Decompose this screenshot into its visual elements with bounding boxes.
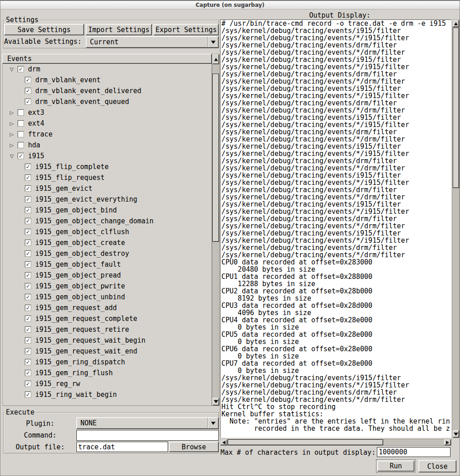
event-row-i915_flip_request[interactable]: ✓i915_flip_request	[3, 172, 211, 183]
expander-closed-icon[interactable]: ▷	[9, 110, 15, 116]
event-checkbox[interactable]: ✓	[25, 391, 31, 398]
event-checkbox[interactable]: ✓	[18, 153, 24, 159]
scroll-left-button[interactable]	[221, 439, 227, 445]
event-checkbox[interactable]: ✓	[25, 99, 31, 105]
expander-open-icon[interactable]: ▽	[9, 66, 15, 72]
event-row-i915_gem_object_fault[interactable]: ✓i915_gem_object_fault	[3, 259, 211, 270]
event-row-i915_gem_request_wait_begin[interactable]: ✓i915_gem_request_wait_begin	[3, 335, 211, 346]
event-label: i915_flip_complete	[35, 163, 109, 171]
event-checkbox[interactable]: ✓	[25, 240, 31, 246]
combo-arrow-box	[207, 37, 218, 47]
arrow-down-icon	[454, 433, 458, 436]
event-row-ext3[interactable]: ▷ext3	[3, 107, 211, 118]
events-scrollbar-thumb[interactable]	[212, 74, 219, 242]
event-checkbox[interactable]	[18, 131, 24, 137]
event-row-drm_vblank_event_delivered[interactable]: ✓drm_vblank_event_delivered	[3, 85, 211, 96]
plugin-combo[interactable]: NONE	[76, 417, 219, 429]
event-checkbox[interactable]: ✓	[25, 174, 31, 181]
event-row-drm_vblank_event_queued[interactable]: ✓drm_vblank_event_queued	[3, 96, 211, 107]
event-row-i915_gem_request_retire[interactable]: ✓i915_gem_request_retire	[3, 324, 211, 335]
event-row-i915_gem_evict_everything[interactable]: ✓i915_gem_evict_everything	[3, 194, 211, 205]
event-row-hda[interactable]: ▷hda	[3, 140, 211, 151]
scroll-right-button[interactable]	[444, 439, 451, 445]
event-row-i915_gem_request_add[interactable]: ✓i915_gem_request_add	[3, 302, 211, 313]
event-checkbox[interactable]: ✓	[25, 185, 31, 192]
event-checkbox[interactable]: ✓	[25, 196, 31, 203]
event-row-i915_flip_complete[interactable]: ✓i915_flip_complete	[3, 161, 211, 172]
event-checkbox[interactable]: ✓	[25, 370, 31, 376]
event-checkbox[interactable]: ✓	[25, 337, 31, 344]
event-checkbox[interactable]	[18, 120, 24, 127]
event-row-i915_gem_object_pwrite[interactable]: ✓i915_gem_object_pwrite	[3, 281, 211, 292]
browse-button[interactable]: Browse	[169, 442, 219, 452]
event-checkbox[interactable]: ✓	[25, 316, 31, 322]
event-checkbox[interactable]: ✓	[25, 272, 31, 278]
import-settings-button[interactable]: Import Settings	[86, 24, 152, 35]
event-checkbox[interactable]: ✓	[25, 305, 31, 311]
event-checkbox[interactable]: ✓	[25, 283, 31, 289]
event-checkbox[interactable]: ✓	[25, 229, 31, 235]
event-row-i915_gem_object_clflush[interactable]: ✓i915_gem_object_clflush	[3, 226, 211, 237]
run-button[interactable]: Run	[377, 461, 414, 471]
event-checkbox[interactable]: ✓	[25, 261, 31, 268]
event-checkbox[interactable]	[18, 109, 24, 116]
event-row-i915_gem_object_create[interactable]: ✓i915_gem_object_create	[3, 237, 211, 248]
window-titlebar[interactable]: Capture (on sugarbay)	[0, 0, 460, 9]
event-row-drm[interactable]: ▽✓drm	[3, 64, 211, 75]
expander-closed-icon[interactable]: ▷	[9, 142, 15, 148]
output-hscrollbar-thumb[interactable]	[228, 439, 383, 445]
scroll-up-button[interactable]	[453, 20, 459, 27]
events-scrollbar[interactable]	[212, 54, 220, 406]
event-checkbox[interactable]: ✓	[25, 326, 31, 333]
event-row-ext4[interactable]: ▷ext4	[3, 118, 211, 129]
scroll-down-button[interactable]	[453, 430, 459, 438]
output-vscrollbar[interactable]	[452, 19, 460, 438]
command-input[interactable]	[76, 430, 219, 441]
scroll-down-button[interactable]	[212, 398, 219, 405]
export-settings-button[interactable]: Export Settings	[154, 24, 219, 35]
event-row-i915_gem_ring_flush[interactable]: ✓i915_gem_ring_flush	[3, 368, 211, 378]
max-chars-input[interactable]	[377, 447, 451, 457]
event-row-i915_gem_object_destroy[interactable]: ✓i915_gem_object_destroy	[3, 248, 211, 259]
event-checkbox[interactable]: ✓	[25, 218, 31, 224]
output-file-input[interactable]	[76, 442, 168, 452]
event-checkbox[interactable]: ✓	[25, 77, 31, 83]
event-row-ftrace[interactable]: ▷ftrace	[3, 129, 211, 140]
save-settings-button[interactable]: Save Settings	[4, 24, 84, 35]
event-checkbox[interactable]: ✓	[25, 207, 31, 213]
event-row-i915_gem_ring_dispatch[interactable]: ✓i915_gem_ring_dispatch	[3, 357, 211, 368]
event-row-i915_gem_request_wait_end[interactable]: ✓i915_gem_request_wait_end	[3, 346, 211, 357]
events-column-header[interactable]: Events	[2, 54, 212, 64]
expander-closed-icon[interactable]: ▷	[9, 132, 15, 137]
scroll-up-button[interactable]	[212, 54, 219, 64]
expander-open-icon[interactable]: ▽	[9, 153, 15, 159]
expander-closed-icon[interactable]: ▷	[9, 121, 15, 127]
event-checkbox[interactable]: ✓	[25, 381, 31, 387]
available-settings-label: Available Settings:	[4, 38, 82, 46]
event-checkbox[interactable]: ✓	[25, 88, 31, 94]
event-checkbox[interactable]: ✓	[18, 66, 24, 72]
available-settings-combo[interactable]: Current	[86, 36, 219, 48]
event-row-i915_gem_object_pread[interactable]: ✓i915_gem_object_pread	[3, 270, 211, 281]
event-checkbox[interactable]	[18, 142, 24, 148]
event-checkbox[interactable]: ✓	[25, 164, 31, 170]
event-checkbox[interactable]: ✓	[25, 348, 31, 354]
close-button[interactable]: Close	[418, 460, 456, 472]
output-vscrollbar-thumb[interactable]	[453, 28, 459, 188]
output-hscrollbar[interactable]	[220, 439, 451, 446]
event-row-i915_gem_object_unbind[interactable]: ✓i915_gem_object_unbind	[3, 292, 211, 302]
event-checkbox[interactable]: ✓	[25, 294, 31, 300]
event-row-i915_gem_evict[interactable]: ✓i915_gem_evict	[3, 183, 211, 194]
event-row-i915_ring_wait_begin[interactable]: ✓i915_ring_wait_begin	[3, 389, 211, 400]
command-label: Command:	[4, 431, 76, 439]
event-row-i915_gem_object_change_domain[interactable]: ✓i915_gem_object_change_domain	[3, 216, 211, 226]
event-label: i915_gem_object_pread	[35, 271, 121, 279]
event-row-i915[interactable]: ▽✓i915	[3, 151, 211, 161]
event-row-i915_gem_object_bind[interactable]: ✓i915_gem_object_bind	[3, 205, 211, 216]
arrow-up-icon	[454, 22, 458, 25]
event-row-i915_reg_rw[interactable]: ✓i915_reg_rw	[3, 378, 211, 389]
event-row-drm_vblank_event[interactable]: ✓drm_vblank_event	[3, 75, 211, 85]
event-checkbox[interactable]: ✓	[25, 250, 31, 257]
event-row-i915_gem_request_complete[interactable]: ✓i915_gem_request_complete	[3, 313, 211, 324]
event-checkbox[interactable]: ✓	[25, 359, 31, 365]
